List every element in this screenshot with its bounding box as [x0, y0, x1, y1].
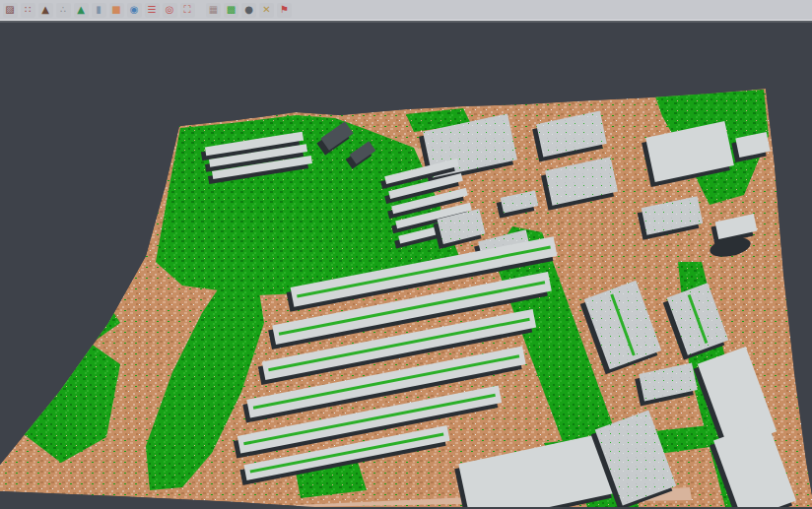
point-cloud-icon[interactable]: ∴ [56, 3, 71, 18]
crop-icon[interactable]: ▨ [3, 3, 18, 18]
orthophoto-icon[interactable]: ■ [109, 3, 124, 18]
classify-points-icon[interactable]: ∷ [21, 3, 35, 18]
grid-icon[interactable]: ▦ [206, 3, 221, 18]
flag-icon[interactable]: ⚑ [277, 3, 292, 18]
application-window: ▨∷▲∴▲▮■◉☰◎⛶▦▩●✕⚑ [0, 0, 812, 509]
terrain-icon[interactable]: ▲ [38, 3, 53, 18]
globe-icon[interactable]: ◉ [127, 3, 142, 18]
classification-view-icon[interactable]: ▩ [224, 3, 238, 18]
dem-icon[interactable]: ▲ [74, 3, 89, 18]
delete-class-icon[interactable]: ✕ [259, 3, 274, 18]
toolbar: ▨∷▲∴▲▮■◉☰◎⛶▦▩●✕⚑ [0, 0, 812, 21]
circle-selection-icon[interactable]: ◎ [163, 3, 177, 18]
profile-icon[interactable]: ▮ [92, 3, 106, 18]
layers-icon[interactable]: ☰ [145, 3, 160, 18]
viewport-3d[interactable] [0, 21, 812, 509]
rectangle-selection-icon[interactable]: ⛶ [180, 3, 195, 18]
point-cloud-scene [0, 21, 812, 507]
mesh-icon[interactable]: ● [241, 3, 256, 18]
